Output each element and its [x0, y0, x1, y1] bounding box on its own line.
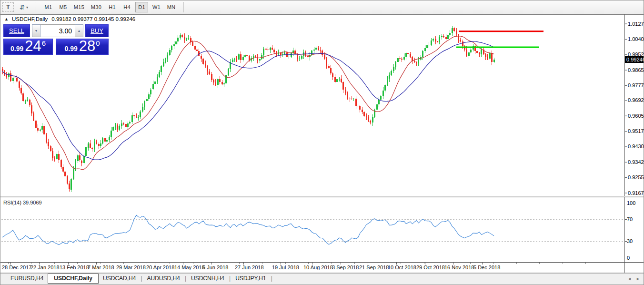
volume-decrease-button[interactable]: ▼	[32, 24, 40, 37]
timeframe-button-m5[interactable]: M5	[57, 2, 70, 12]
timeframe-button-h4[interactable]: H4	[121, 2, 133, 12]
chart-tab-eurusd[interactable]: EURUSD,H4	[6, 274, 48, 283]
sell-button[interactable]: SELL	[3, 24, 30, 37]
tab-scroll-left-icon[interactable]: ◄	[627, 276, 632, 281]
price-tick-label: 0.96925	[628, 97, 644, 103]
date-tick-label: 10 Aug 2018	[303, 265, 333, 270]
chart-tab-bar: ◄ ► EURUSD,H4USDCHF,DailyUSDCAD,H4|AUDUS…	[0, 273, 644, 285]
chart-tab-usdcnh[interactable]: USDCNH,H4	[187, 274, 229, 283]
date-tick-label: 16 Nov 2018	[444, 265, 474, 270]
timeframe-button-m30[interactable]: M30	[89, 2, 104, 12]
price-tick-label: 0.96050	[628, 113, 644, 119]
price-tick-label: 0.92550	[628, 174, 644, 180]
date-tick-label: 28 Dec 2017	[2, 265, 31, 270]
date-tick-label: 29 Mar 2018	[116, 265, 146, 270]
terminal-window: T ⇵ ▾ M1M5M15M30H1H4D1W1MN ▲ USDCHF,Dail…	[0, 0, 644, 285]
timeframe-button-group: M1M5M15M30H1H4D1W1MN	[42, 2, 180, 12]
timeframe-button-mn[interactable]: MN	[165, 2, 178, 12]
date-tick-label: 5 Dec 2018	[473, 265, 500, 270]
buy-price-prefix: 0.99	[64, 45, 77, 52]
date-tick-label: 13 Feb 2018	[60, 265, 89, 270]
price-tick-label: 0.93425	[628, 159, 644, 165]
price-tick-label: 0.97775	[628, 82, 644, 88]
rsi-frame-bottom	[0, 262, 644, 263]
price-tick-label: 1.01275	[628, 21, 644, 27]
symbol-period-label: USDCHF,Daily	[12, 16, 48, 22]
current-price-tag: 0.99246	[625, 56, 644, 63]
chart-tab-usdchf[interactable]: USDCHF,Daily	[48, 274, 99, 284]
rsi-tick-label: 30	[627, 238, 633, 244]
timeframe-button-d1[interactable]: D1	[135, 2, 148, 12]
chevron-down-icon: ▾	[26, 5, 28, 10]
ohlc-values: 0.99182 0.99377 0.99145 0.99246	[51, 16, 135, 22]
volume-input[interactable]	[40, 24, 75, 37]
toolbar-separator	[183, 2, 184, 12]
date-tick-label: 7 Mar 2018	[88, 265, 114, 270]
buy-button[interactable]: BUY	[85, 24, 109, 37]
toolbar-grip[interactable]	[36, 2, 38, 12]
rsi-indicator-label: RSI(14) 39.9069	[3, 200, 42, 205]
rsi-indicator-plot[interactable]	[1, 197, 624, 262]
sell-price-big: 24	[25, 39, 41, 53]
date-tick-label: 29 Oct 2018	[416, 265, 445, 270]
chart-tab-audusd[interactable]: AUDUSD,H4	[143, 274, 184, 283]
date-tick-label: 27 Jun 2018	[235, 265, 264, 270]
timeframe-button-h1[interactable]: H1	[106, 2, 119, 12]
chart-title: ▲ USDCHF,Daily 0.99182 0.99377 0.99145 0…	[4, 16, 135, 22]
rsi-tick-label: 100	[627, 200, 635, 206]
rsi-tick-label: 0	[627, 255, 630, 261]
arrows-icon: ⇵	[20, 4, 25, 11]
date-tick-label: 14 May 2018	[174, 265, 205, 270]
chart-tab-usdjpy[interactable]: USDJPY,H1	[231, 274, 270, 283]
toolbar: T ⇵ ▾ M1M5M15M30H1H4D1W1MN	[0, 0, 644, 14]
date-tick-label: 20 Apr 2018	[146, 265, 174, 270]
text-tool-button[interactable]: T	[2, 2, 14, 12]
timeframe-button-w1[interactable]: W1	[150, 2, 163, 12]
date-tick-label: 19 Jul 2018	[272, 265, 299, 270]
sell-price-display[interactable]: 0.99 24 6	[3, 39, 53, 55]
date-tick-label: 22 Jan 2018	[30, 265, 60, 270]
one-click-trade-panel: SELL ▼ ▲ BUY 0.99 24 6 0.99 28 0	[3, 24, 109, 55]
rsi-tick-label: 70	[627, 216, 633, 222]
price-tick-label: 0.91675	[628, 190, 644, 196]
timeframe-button-m1[interactable]: M1	[42, 2, 55, 12]
buy-price-big: 28	[79, 39, 95, 53]
tab-scroll-right-icon[interactable]: ►	[636, 276, 640, 281]
price-tick-label: 0.94300	[628, 143, 644, 149]
buy-price-sup: 0	[96, 39, 100, 47]
volume-increase-button[interactable]: ▲	[75, 24, 83, 37]
sell-price-prefix: 0.99	[10, 45, 23, 52]
tab-separator: |	[271, 274, 273, 283]
cursor-mode-button[interactable]: ⇵ ▾	[16, 2, 32, 12]
price-tick-label: 0.98650	[628, 67, 644, 73]
buy-price-display[interactable]: 0.99 28 0	[56, 39, 109, 55]
date-tick-label: 5 Jun 2018	[202, 265, 228, 270]
sell-price-sup: 6	[42, 39, 46, 47]
collapse-panel-icon[interactable]: ▲	[4, 17, 9, 21]
date-tick-label: 3 Sep 2018	[332, 265, 359, 270]
date-tick-label: 21 Sep 2018	[359, 265, 389, 270]
price-tick-label: 1.00400	[628, 36, 644, 42]
price-axis-divider	[624, 14, 625, 273]
timeframe-button-m15[interactable]: M15	[71, 2, 87, 12]
price-tick-label: 0.95175	[628, 128, 644, 134]
chart-tab-usdcad[interactable]: USDCAD,H4	[99, 274, 140, 283]
date-tick-label: 10 Oct 2018	[388, 265, 416, 270]
